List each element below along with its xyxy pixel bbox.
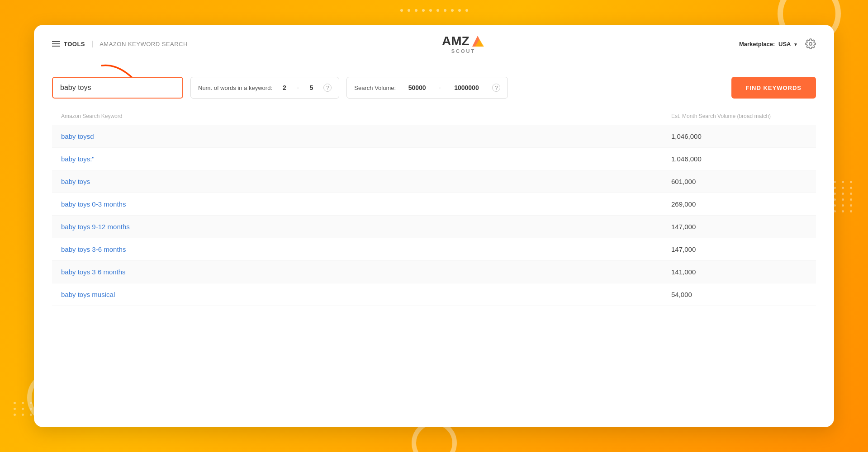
find-keywords-button[interactable]: FIND KEYWORDS <box>731 77 816 99</box>
tools-label: TOOLS <box>64 41 85 47</box>
table-row: baby toys 3-6 months 147,000 <box>52 238 816 261</box>
results-table: Amazon Search Keyword Est. Month Search … <box>34 108 834 306</box>
keyword-cell[interactable]: baby toys 3-6 months <box>61 245 671 253</box>
header-separator: | <box>91 40 93 48</box>
marketplace-selector[interactable]: Marketplace: USA ▼ <box>739 41 798 47</box>
main-card: TOOLS | AMAZON KEYWORD SEARCH AMZ SCOUT … <box>34 25 834 427</box>
header-left: TOOLS | AMAZON KEYWORD SEARCH <box>52 40 188 48</box>
col-header-keyword: Amazon Search Keyword <box>61 113 671 119</box>
marketplace-arrow: ▼ <box>793 42 798 47</box>
settings-icon[interactable] <box>805 38 816 49</box>
keyword-cell[interactable]: baby toys <box>61 178 671 185</box>
marketplace-value: USA <box>778 41 791 47</box>
num-words-max-input[interactable] <box>304 84 318 91</box>
search-area: Num. of words in a keyword: - ? Search V… <box>34 63 834 108</box>
keyword-cell[interactable]: baby toys 3 6 months <box>61 268 671 276</box>
table-header: Amazon Search Keyword Est. Month Search … <box>52 108 816 125</box>
bg-dots-bottom-left <box>14 402 34 416</box>
marketplace-label: Marketplace: <box>739 41 775 47</box>
logo-scout-text: SCOUT <box>451 48 476 54</box>
keyword-cell[interactable]: baby toysd <box>61 132 671 140</box>
num-words-min-input[interactable] <box>278 84 291 91</box>
num-words-filter: Num. of words in a keyword: - ? <box>190 77 339 99</box>
volume-cell: 141,000 <box>671 268 807 276</box>
bg-dots-right <box>834 181 854 212</box>
search-volume-max-input[interactable] <box>446 84 487 91</box>
table-row: baby toys 0-3 months 269,000 <box>52 193 816 216</box>
search-input[interactable] <box>52 77 183 99</box>
bg-dots-top <box>400 9 468 12</box>
app-header: TOOLS | AMAZON KEYWORD SEARCH AMZ SCOUT … <box>34 25 834 63</box>
table-row: baby toys 601,000 <box>52 170 816 193</box>
volume-cell: 1,046,000 <box>671 132 807 140</box>
keyword-cell[interactable]: baby toys 0-3 months <box>61 200 671 208</box>
keyword-cell[interactable]: baby toys 9-12 months <box>61 223 671 231</box>
table-row: baby toys 9-12 months 147,000 <box>52 216 816 238</box>
logo-amz-text: AMZ <box>442 35 470 47</box>
volume-cell: 147,000 <box>671 223 807 231</box>
num-words-label: Num. of words in a keyword: <box>198 85 272 91</box>
hamburger-menu-icon[interactable] <box>52 41 60 47</box>
col-header-volume: Est. Month Search Volume (broad match) <box>671 113 807 119</box>
table-row: baby toys 3 6 months 141,000 <box>52 261 816 283</box>
search-volume-separator: - <box>438 84 441 92</box>
volume-cell: 1,046,000 <box>671 155 807 163</box>
logo: AMZ SCOUT <box>442 34 485 54</box>
volume-cell: 269,000 <box>671 200 807 208</box>
header-subtitle: AMAZON KEYWORD SEARCH <box>100 41 188 47</box>
num-words-separator: - <box>297 84 299 92</box>
search-volume-filter: Search Volume: - ? <box>346 77 508 99</box>
header-right: Marketplace: USA ▼ <box>739 38 816 49</box>
keyword-cell[interactable]: baby toys musical <box>61 291 671 298</box>
volume-cell: 147,000 <box>671 245 807 253</box>
num-words-info-icon[interactable]: ? <box>323 84 332 92</box>
logo-text: AMZ <box>442 34 485 48</box>
svg-point-2 <box>809 42 812 45</box>
search-volume-min-input[interactable] <box>401 84 433 91</box>
search-volume-label: Search Volume: <box>354 85 396 91</box>
table-row: baby toys:" 1,046,000 <box>52 148 816 170</box>
search-input-wrapper <box>52 77 183 99</box>
volume-cell: 601,000 <box>671 178 807 185</box>
logo-icon-svg <box>470 34 485 48</box>
table-row: baby toysd 1,046,000 <box>52 125 816 148</box>
search-volume-info-icon[interactable]: ? <box>492 84 500 92</box>
volume-cell: 54,000 <box>671 291 807 298</box>
table-row: baby toys musical 54,000 <box>52 283 816 306</box>
table-body: baby toysd 1,046,000 baby toys:" 1,046,0… <box>52 125 816 306</box>
keyword-cell[interactable]: baby toys:" <box>61 155 671 163</box>
